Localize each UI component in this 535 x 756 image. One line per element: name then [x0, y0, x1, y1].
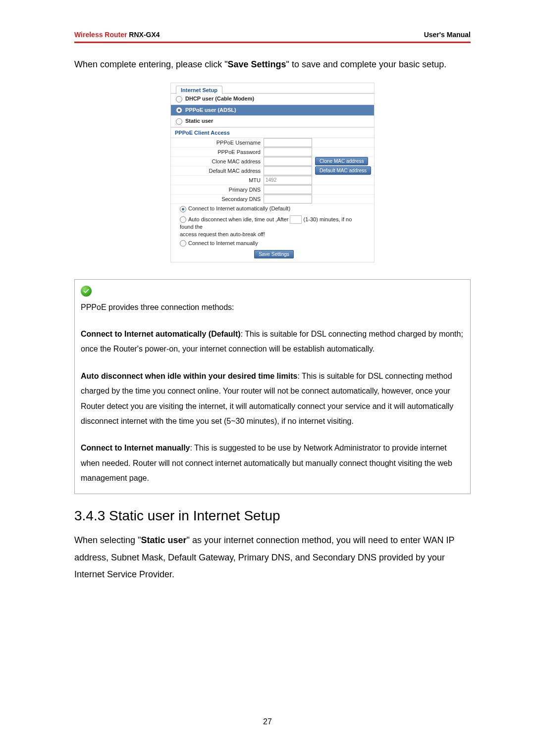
- radio-icon: [180, 206, 186, 212]
- note-method-1: Connect to Internet automatically (Defau…: [81, 327, 464, 357]
- section-heading-static-user: 3.4.3 Static user in Internet Setup: [74, 508, 471, 524]
- intro-paragraph: When complete entering, please click "Sa…: [74, 56, 471, 73]
- brand-name: Wireless Router: [74, 31, 127, 39]
- pppoe-username-input[interactable]: [264, 138, 312, 147]
- internet-setup-screenshot: Internet Setup DHCP user (Cable Modem) P…: [170, 83, 374, 262]
- label-default-mac: Default MAC address: [171, 166, 264, 175]
- primary-dns-input[interactable]: [264, 185, 312, 194]
- label-clone-mac: Clone MAC address: [171, 157, 264, 166]
- default-mac-input[interactable]: [264, 166, 312, 175]
- mtu-input[interactable]: [264, 176, 312, 185]
- label-pppoe-username: PPPoE Username: [171, 138, 264, 147]
- label-pppoe-password: PPPoE Password: [171, 148, 264, 156]
- note-method-3: Connect to Internet manually: This is su…: [81, 441, 464, 486]
- header-rule: [74, 42, 471, 43]
- label-mtu: MTU: [171, 176, 264, 185]
- note-method-2: Auto disconnect when idle within your de…: [81, 369, 464, 429]
- radio-icon: [180, 240, 186, 247]
- label-secondary-dns: Secondary DNS: [171, 195, 264, 203]
- option-dhcp[interactable]: DHCP user (Cable Modem): [171, 94, 374, 105]
- radio-connect-auto[interactable]: Connect to Internet automatically (Defau…: [171, 204, 374, 214]
- clone-mac-input[interactable]: [264, 157, 312, 166]
- radio-icon: [176, 118, 182, 125]
- idle-timeout-input[interactable]: [290, 215, 302, 224]
- radio-icon: [180, 216, 186, 223]
- radio-icon: [176, 96, 182, 102]
- radio-connect-manual[interactable]: Connect to Internet manually: [171, 239, 374, 249]
- option-pppoe[interactable]: PPPoE user (ADSL): [171, 105, 374, 116]
- radio-auto-disconnect[interactable]: Auto disconnect when idle, time out ,Aft…: [171, 214, 374, 231]
- page-header: Wireless Router RNX-GX4 User's Manual: [74, 31, 471, 42]
- clone-mac-button[interactable]: Clone MAC address: [315, 157, 368, 165]
- check-icon: [81, 286, 92, 297]
- secondary-dns-input[interactable]: [264, 195, 312, 203]
- radio-icon: [176, 107, 182, 113]
- pppoe-password-input[interactable]: [264, 148, 312, 156]
- model-name: RNX-GX4: [127, 31, 160, 39]
- static-user-paragraph: When selecting "Static user" as your int…: [74, 532, 471, 583]
- label-primary-dns: Primary DNS: [171, 185, 264, 194]
- tab-internet-setup[interactable]: Internet Setup: [176, 86, 222, 94]
- note-lead: PPPoE provides three connection methods:: [81, 300, 464, 315]
- pppoe-section-header: PPPoE Client Access: [171, 127, 374, 138]
- default-mac-button[interactable]: Default MAC address: [315, 166, 371, 175]
- page-number: 27: [0, 717, 535, 726]
- manual-title: User's Manual: [424, 31, 471, 39]
- option-static[interactable]: Static user: [171, 116, 374, 127]
- info-note-box: PPPoE provides three connection methods:…: [74, 279, 471, 494]
- save-settings-button[interactable]: Save Settings: [254, 250, 294, 258]
